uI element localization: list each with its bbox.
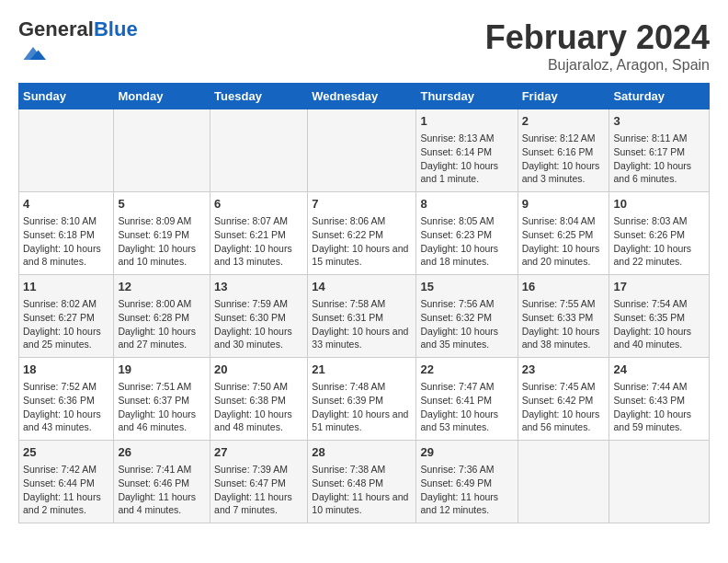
- cell-content: Sunrise: 8:05 AM: [420, 214, 513, 228]
- cell-content: Sunrise: 7:38 AM: [312, 463, 412, 477]
- cell-content: Daylight: 10 hours and 18 minutes.: [420, 242, 513, 269]
- calendar-cell: 29Sunrise: 7:36 AMSunset: 6:49 PMDayligh…: [416, 441, 518, 523]
- cell-content: Sunrise: 8:13 AM: [420, 132, 513, 145]
- column-header-monday: Monday: [114, 84, 210, 109]
- cell-content: Sunrise: 7:51 AM: [118, 380, 206, 394]
- calendar-cell: 21Sunrise: 7:48 AMSunset: 6:39 PMDayligh…: [308, 358, 416, 441]
- cell-content: Daylight: 10 hours and 38 minutes.: [522, 325, 606, 351]
- cell-content: Sunset: 6:38 PM: [214, 394, 303, 408]
- calendar-cell: 15Sunrise: 7:56 AMSunset: 6:32 PMDayligh…: [416, 275, 518, 358]
- cell-content: Daylight: 11 hours and 12 minutes.: [420, 490, 513, 517]
- cell-content: Daylight: 10 hours and 48 minutes.: [214, 408, 303, 434]
- calendar-cell: 6Sunrise: 8:07 AMSunset: 6:21 PMDaylight…: [210, 192, 308, 275]
- day-number: 15: [420, 279, 513, 295]
- cell-content: Daylight: 10 hours and 1 minute.: [420, 159, 513, 186]
- day-number: 14: [312, 279, 412, 295]
- calendar-cell: 24Sunrise: 7:44 AMSunset: 6:43 PMDayligh…: [609, 358, 710, 441]
- cell-content: Sunrise: 8:09 AM: [118, 214, 206, 228]
- cell-content: Sunset: 6:37 PM: [118, 394, 206, 408]
- column-header-thursday: Thursday: [416, 84, 518, 109]
- cell-content: Sunrise: 7:45 AM: [522, 380, 606, 394]
- calendar-cell: 19Sunrise: 7:51 AMSunset: 6:37 PMDayligh…: [114, 358, 210, 441]
- day-number: 9: [522, 196, 606, 213]
- cell-content: Daylight: 10 hours and 40 minutes.: [613, 325, 705, 351]
- day-number: 1: [420, 113, 513, 130]
- calendar-cell: 8Sunrise: 8:05 AMSunset: 6:23 PMDaylight…: [416, 192, 518, 275]
- cell-content: Daylight: 10 hours and 20 minutes.: [522, 242, 606, 269]
- cell-content: Sunrise: 8:10 AM: [23, 214, 109, 228]
- day-number: 4: [23, 196, 109, 213]
- cell-content: Sunset: 6:47 PM: [214, 477, 303, 490]
- column-header-friday: Friday: [518, 84, 609, 109]
- calendar-cell: 20Sunrise: 7:50 AMSunset: 6:38 PMDayligh…: [210, 358, 308, 441]
- day-number: 2: [522, 113, 606, 130]
- cell-content: Daylight: 11 hours and 7 minutes.: [214, 490, 303, 517]
- day-number: 3: [613, 113, 705, 130]
- day-number: 6: [214, 196, 303, 213]
- cell-content: Sunrise: 7:54 AM: [613, 297, 705, 311]
- day-number: 21: [312, 362, 412, 378]
- week-row-1: 1Sunrise: 8:13 AMSunset: 6:14 PMDaylight…: [19, 109, 710, 192]
- cell-content: Sunrise: 8:07 AM: [214, 214, 303, 228]
- day-number: 5: [118, 196, 206, 213]
- calendar-cell: 2Sunrise: 8:12 AMSunset: 6:16 PMDaylight…: [518, 109, 609, 192]
- cell-content: Daylight: 10 hours and 56 minutes.: [522, 408, 606, 434]
- cell-content: Daylight: 10 hours and 8 minutes.: [23, 242, 109, 269]
- title-block: February 2024 Bujaraloz, Aragon, Spain: [485, 18, 710, 74]
- cell-content: Daylight: 10 hours and 15 minutes.: [312, 242, 412, 269]
- cell-content: Sunrise: 7:59 AM: [214, 297, 303, 311]
- day-number: 28: [312, 444, 412, 461]
- calendar-cell: 28Sunrise: 7:38 AMSunset: 6:48 PMDayligh…: [308, 441, 416, 523]
- cell-content: Daylight: 11 hours and 10 minutes.: [312, 490, 412, 517]
- day-number: 29: [420, 444, 513, 461]
- page-header: GeneralBlue February 2024 Bujaraloz, Ara…: [18, 18, 710, 74]
- cell-content: Sunrise: 7:42 AM: [23, 463, 109, 477]
- cell-content: Sunset: 6:14 PM: [420, 145, 513, 159]
- calendar-cell: 18Sunrise: 7:52 AMSunset: 6:36 PMDayligh…: [19, 358, 114, 441]
- cell-content: Sunrise: 8:02 AM: [23, 297, 109, 311]
- day-number: 12: [118, 279, 206, 295]
- cell-content: Sunrise: 7:56 AM: [420, 297, 513, 311]
- cell-content: Sunset: 6:42 PM: [522, 394, 606, 408]
- cell-content: Daylight: 10 hours and 51 minutes.: [312, 408, 412, 434]
- cell-content: Sunset: 6:41 PM: [420, 394, 513, 408]
- cell-content: Sunset: 6:39 PM: [312, 394, 412, 408]
- cell-content: Sunset: 6:18 PM: [23, 228, 109, 242]
- cell-content: Sunset: 6:35 PM: [613, 311, 705, 325]
- calendar-cell: [518, 441, 609, 523]
- cell-content: Sunrise: 8:06 AM: [312, 214, 412, 228]
- cell-content: Sunrise: 7:41 AM: [118, 463, 206, 477]
- week-row-5: 25Sunrise: 7:42 AMSunset: 6:44 PMDayligh…: [19, 441, 710, 523]
- cell-content: Sunset: 6:48 PM: [312, 477, 412, 490]
- column-header-tuesday: Tuesday: [210, 84, 308, 109]
- day-number: 18: [23, 362, 109, 378]
- cell-content: Sunset: 6:44 PM: [23, 477, 109, 490]
- day-number: 19: [118, 362, 206, 378]
- cell-content: Daylight: 11 hours and 2 minutes.: [23, 490, 109, 517]
- cell-content: Daylight: 11 hours and 4 minutes.: [118, 490, 206, 517]
- cell-content: Daylight: 10 hours and 33 minutes.: [312, 325, 412, 351]
- cell-content: Sunset: 6:23 PM: [420, 228, 513, 242]
- cell-content: Sunset: 6:49 PM: [420, 477, 513, 490]
- cell-content: Sunset: 6:31 PM: [312, 311, 412, 325]
- day-number: 13: [214, 279, 303, 295]
- column-header-saturday: Saturday: [609, 84, 710, 109]
- cell-content: Sunrise: 7:52 AM: [23, 380, 109, 394]
- cell-content: Daylight: 10 hours and 53 minutes.: [420, 408, 513, 434]
- calendar-cell: 14Sunrise: 7:58 AMSunset: 6:31 PMDayligh…: [308, 275, 416, 358]
- cell-content: Daylight: 10 hours and 43 minutes.: [23, 408, 109, 434]
- calendar-cell: 13Sunrise: 7:59 AMSunset: 6:30 PMDayligh…: [210, 275, 308, 358]
- cell-content: Sunrise: 7:44 AM: [613, 380, 705, 394]
- cell-content: Sunset: 6:32 PM: [420, 311, 513, 325]
- week-row-2: 4Sunrise: 8:10 AMSunset: 6:18 PMDaylight…: [19, 192, 710, 275]
- cell-content: Daylight: 10 hours and 30 minutes.: [214, 325, 303, 351]
- calendar-cell: 1Sunrise: 8:13 AMSunset: 6:14 PMDaylight…: [416, 109, 518, 192]
- calendar-cell: 17Sunrise: 7:54 AMSunset: 6:35 PMDayligh…: [609, 275, 710, 358]
- day-number: 22: [420, 362, 513, 378]
- calendar-cell: 25Sunrise: 7:42 AMSunset: 6:44 PMDayligh…: [19, 441, 114, 523]
- calendar-cell: [114, 109, 210, 192]
- calendar-cell: [308, 109, 416, 192]
- cell-content: Sunrise: 7:58 AM: [312, 297, 412, 311]
- cell-content: Sunrise: 7:55 AM: [522, 297, 606, 311]
- day-number: 16: [522, 279, 606, 295]
